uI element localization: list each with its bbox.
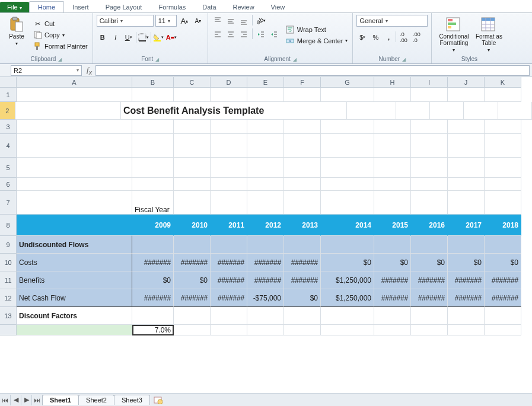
cell[interactable]	[132, 158, 174, 178]
align-left-button[interactable]	[212, 28, 224, 40]
cell[interactable]	[174, 88, 211, 102]
cell[interactable]: #######	[174, 254, 211, 271]
cell[interactable]	[247, 120, 284, 134]
cell[interactable]	[284, 191, 321, 215]
cell[interactable]	[321, 158, 374, 178]
shrink-font-button[interactable]: A▾	[192, 15, 204, 27]
cell[interactable]	[374, 191, 411, 215]
cell[interactable]	[485, 120, 521, 134]
cell[interactable]	[321, 120, 374, 134]
cell[interactable]	[448, 307, 485, 325]
col-header-a[interactable]: A	[17, 77, 132, 88]
cell[interactable]: $0	[132, 271, 174, 289]
increase-decimal-button[interactable]: .0.00	[397, 31, 409, 43]
tab-insert[interactable]: Insert	[64, 2, 97, 12]
cell[interactable]	[448, 236, 485, 254]
cell[interactable]	[347, 102, 396, 120]
cell[interactable]	[498, 102, 532, 120]
paste-button[interactable]: Paste▾	[4, 15, 30, 55]
cell[interactable]: 7.0%	[132, 325, 174, 335]
cell[interactable]	[448, 88, 485, 102]
decrease-indent-button[interactable]	[255, 28, 267, 40]
cell[interactable]	[411, 191, 448, 215]
format-as-table-button[interactable]: Format as Table▾	[474, 15, 503, 55]
col-header-f[interactable]: F	[284, 77, 321, 88]
cell[interactable]	[411, 158, 448, 178]
decrease-decimal-button[interactable]: .00.0	[410, 31, 422, 43]
cell[interactable]	[374, 134, 411, 158]
cell[interactable]: #######	[485, 271, 521, 289]
cell[interactable]	[211, 88, 247, 102]
cell[interactable]: #######	[247, 271, 284, 289]
underline-button[interactable]: U▾	[123, 31, 135, 43]
year-cell[interactable]: 2018	[485, 215, 521, 236]
cell[interactable]: #######	[448, 271, 485, 289]
sheet-nav-last[interactable]: ⏭	[32, 395, 43, 405]
col-header-k[interactable]: K	[485, 77, 521, 88]
row-header-8[interactable]: 8	[0, 215, 17, 236]
cell[interactable]	[374, 158, 411, 178]
section-header[interactable]: Discount Factors	[17, 307, 132, 325]
sheet-tab-1[interactable]: Sheet1	[42, 395, 79, 405]
cell[interactable]: #######	[374, 271, 411, 289]
row-header-13[interactable]: 13	[0, 307, 17, 325]
cell[interactable]	[396, 102, 430, 120]
cell[interactable]: #######	[411, 289, 448, 307]
cell[interactable]: -$75,000	[247, 289, 284, 307]
cell[interactable]: $0	[448, 254, 485, 271]
align-center-button[interactable]	[225, 28, 237, 40]
col-header-d[interactable]: D	[211, 77, 247, 88]
row-label[interactable]: Benefits	[17, 271, 132, 289]
cell[interactable]: #######	[247, 254, 284, 271]
cell[interactable]	[485, 191, 521, 215]
tab-pagelayout[interactable]: Page Layout	[97, 2, 151, 12]
row-header-4[interactable]: 4	[0, 134, 17, 158]
cell[interactable]	[17, 88, 132, 102]
cell[interactable]	[247, 134, 284, 158]
cell[interactable]	[247, 88, 284, 102]
row-header-12[interactable]: 12	[0, 289, 17, 307]
cell[interactable]	[321, 191, 374, 215]
cell[interactable]: $0	[485, 254, 521, 271]
cell[interactable]	[448, 191, 485, 215]
font-color-button[interactable]: A▾	[165, 31, 177, 43]
cell[interactable]	[132, 134, 174, 158]
cell[interactable]	[211, 120, 247, 134]
cell[interactable]	[284, 325, 321, 335]
cell[interactable]	[211, 178, 247, 191]
comma-button[interactable]: ,	[383, 31, 394, 43]
year-cell[interactable]: 2011	[211, 215, 247, 236]
row-label[interactable]: Net Cash Flow	[17, 289, 132, 307]
title-cell[interactable]: Cost Benefit Analysis Template	[121, 102, 347, 120]
row-header-2[interactable]: 2	[0, 102, 15, 120]
new-sheet-button[interactable]	[151, 396, 164, 404]
cell[interactable]	[132, 120, 174, 134]
cell[interactable]	[411, 325, 448, 335]
cell[interactable]	[174, 191, 211, 215]
col-header-i[interactable]: I	[411, 77, 448, 88]
cell[interactable]: $1,250,000	[321, 271, 374, 289]
cell[interactable]	[132, 236, 174, 254]
increase-indent-button[interactable]	[268, 28, 280, 40]
cell[interactable]	[211, 307, 247, 325]
cell[interactable]: #######	[211, 254, 247, 271]
name-box[interactable]: R2▾	[11, 65, 82, 76]
cell[interactable]	[321, 88, 374, 102]
number-format-combo[interactable]: General▾	[356, 15, 428, 27]
cell[interactable]	[247, 307, 284, 325]
cell[interactable]	[17, 158, 132, 178]
cell[interactable]	[284, 134, 321, 158]
select-all-corner[interactable]	[0, 77, 17, 88]
orientation-button[interactable]: ab▾	[255, 15, 267, 27]
col-header-j[interactable]: J	[448, 77, 485, 88]
tab-formulas[interactable]: Formulas	[150, 2, 194, 12]
cell[interactable]	[211, 236, 247, 254]
cell[interactable]	[321, 325, 374, 335]
tab-view[interactable]: View	[263, 2, 294, 12]
merge-center-button[interactable]: aMerge & Center ▾	[285, 36, 349, 46]
cell[interactable]	[17, 134, 132, 158]
cell[interactable]	[411, 134, 448, 158]
cell[interactable]	[284, 120, 321, 134]
cell[interactable]	[284, 236, 321, 254]
cell[interactable]	[374, 236, 411, 254]
